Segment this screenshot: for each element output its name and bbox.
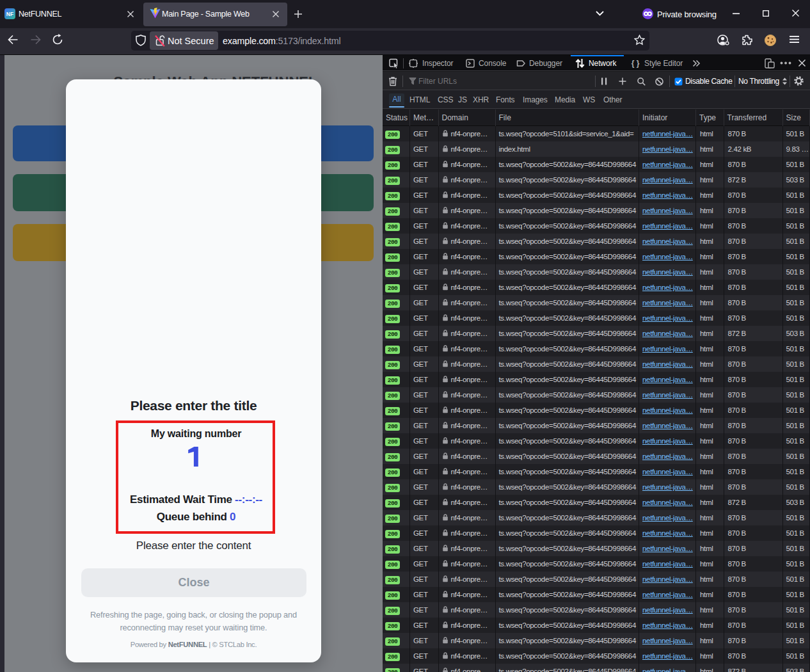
svg-text:NF: NF bbox=[6, 11, 13, 17]
svg-text:{ }: { } bbox=[631, 59, 640, 68]
